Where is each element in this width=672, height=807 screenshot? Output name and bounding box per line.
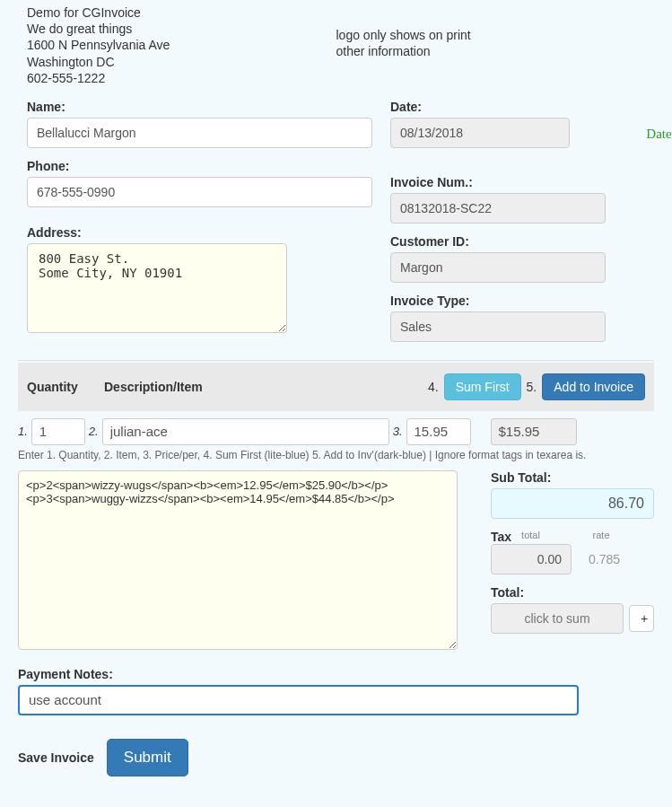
- item-input[interactable]: [102, 418, 389, 445]
- header-right-block: logo only shows on print other informati…: [336, 4, 646, 86]
- phone-field[interactable]: [27, 177, 372, 207]
- company-header-block: Demo for CGInvoice We do great things 16…: [27, 4, 336, 86]
- step3-label: 3.: [393, 425, 403, 438]
- phone-label: Phone:: [27, 159, 372, 173]
- invoice-type-label: Invoice Type:: [390, 294, 654, 308]
- desc-header: Description/Item: [104, 380, 428, 394]
- qty-header: Quantity: [27, 380, 104, 394]
- step4-label: 4.: [428, 380, 439, 394]
- datepicker-badge: DatePicker: [646, 127, 672, 142]
- payment-notes-label: Payment Notes:: [18, 667, 654, 681]
- sum-first-button[interactable]: Sum First: [444, 373, 521, 400]
- subtotal-label: Sub Total:: [491, 470, 654, 485]
- items-textarea[interactable]: [18, 470, 458, 650]
- logo-note: logo only shows on print: [336, 27, 646, 43]
- name-field[interactable]: [27, 118, 372, 148]
- tax-total-output: [491, 544, 572, 575]
- separator: [18, 360, 654, 361]
- quantity-input[interactable]: [31, 418, 85, 445]
- total-label: Total:: [491, 585, 654, 600]
- other-info: other information: [336, 43, 646, 59]
- extended-price-output: [491, 418, 577, 445]
- company-name: Demo for CGInvoice: [27, 4, 336, 21]
- add-to-invoice-button[interactable]: Add to Invoice: [542, 373, 645, 400]
- company-tagline: We do great things: [27, 21, 336, 37]
- save-invoice-label: Save Invoice: [18, 750, 94, 765]
- plus-button[interactable]: +: [629, 605, 654, 632]
- line-item-inputs: 1. 2. 3.: [18, 411, 654, 447]
- tax-label: Tax: [491, 530, 511, 544]
- invoice-num-field[interactable]: [390, 193, 606, 224]
- invoice-num-label: Invoice Num.:: [390, 175, 654, 189]
- invoice-type-field[interactable]: [390, 311, 606, 342]
- total-output[interactable]: [491, 603, 624, 634]
- date-label: Date:: [390, 100, 654, 114]
- tax-rate-output: [577, 544, 629, 575]
- payment-notes-field[interactable]: [18, 685, 579, 715]
- tax-total-label: total: [517, 530, 582, 544]
- address-field[interactable]: [27, 243, 287, 333]
- company-addr1: 1600 N Pennsylvania Ave: [27, 37, 336, 53]
- name-label: Name:: [27, 100, 372, 114]
- price-input[interactable]: [406, 418, 471, 445]
- company-city: Washington DC: [27, 54, 336, 70]
- submit-button[interactable]: Submit: [107, 739, 188, 776]
- customer-id-field[interactable]: [390, 252, 606, 283]
- tax-rate-label: rate: [589, 530, 654, 544]
- date-field[interactable]: [390, 118, 570, 148]
- line-item-hint: Enter 1. Quantity, 2. Item, 3. Price/per…: [18, 449, 654, 461]
- customer-id-label: Customer ID:: [390, 234, 654, 249]
- line-item-header: Quantity Description/Item 4. Sum First 5…: [18, 363, 654, 411]
- subtotal-output: [491, 488, 654, 519]
- address-label: Address:: [27, 225, 372, 240]
- step5-label: 5.: [527, 380, 537, 394]
- step2-label: 2.: [89, 425, 99, 438]
- company-phone: 602-555-1222: [27, 70, 336, 86]
- step1-label: 1.: [18, 425, 28, 438]
